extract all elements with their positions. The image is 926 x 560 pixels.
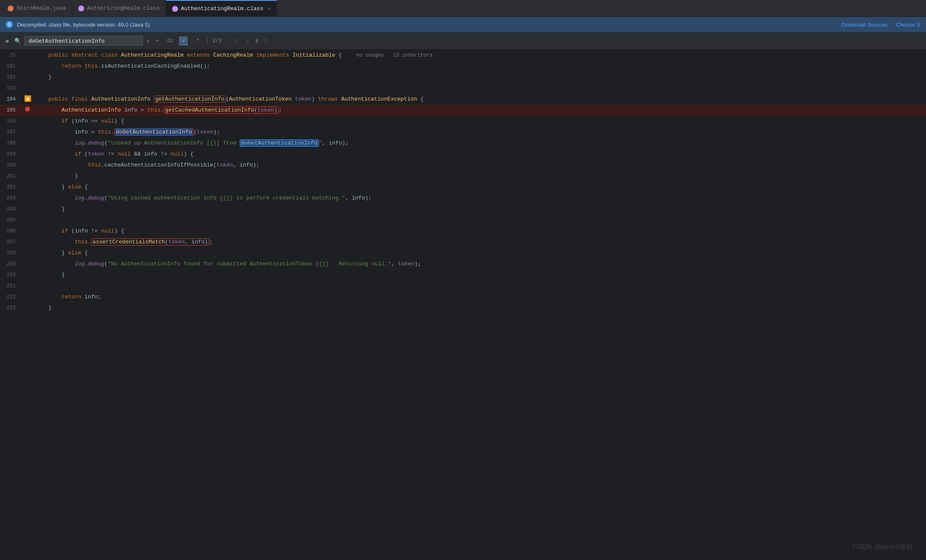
code-content: } else { [32,182,926,193]
line-number: 204 [0,204,23,215]
regex-button[interactable]: .* [191,37,202,45]
table-row: 205 [0,215,926,226]
code-content [32,215,926,226]
line-number: 25 [0,50,23,61]
code-content: } [32,171,926,182]
download-sources-link[interactable]: Download Sources [841,22,888,28]
search-bar: ▶ 🔍 ✕ ↩ Cc W .* 2/3 ↑ ↓ ⊻ ⋮ [0,32,926,50]
tab-authorizing[interactable]: AuthorizingRealm.class [72,0,166,17]
line-number: 191 [0,61,23,72]
line-number: 194 [0,94,23,105]
table-row: 194 🔼 public final AuthenticationInfo ge… [0,94,926,105]
table-row: 210 } [0,270,926,281]
line-number: 210 [0,270,23,281]
table-row: 208 } else { [0,248,926,259]
line-number: 213 [0,303,23,314]
clear-search-button[interactable]: ✕ [146,38,150,44]
code-content: if (token != null && info != null) { [32,149,926,160]
code-content: if (info != null) { [32,226,926,237]
line-number: 192 [0,72,23,83]
line-number: 209 [0,259,23,270]
watermark: CSDN @java冯坚持 [853,543,913,552]
code-content: } [32,303,926,314]
tab-authenticating-label: AuthenticatingRealm.class [181,5,263,12]
table-row: 198 log.debug("Looked up AuthenticationI… [0,138,926,149]
code-content: log.debug("Looked up AuthenticationInfo … [32,138,926,149]
choose-sources-link[interactable]: Choose S [896,22,920,28]
expand-search-button[interactable]: ▶ [4,36,11,45]
table-row: 201 } [0,171,926,182]
line-number: 198 [0,138,23,149]
info-bar-right: Download Sources Choose S [841,22,920,28]
search-count: 2/3 [213,38,230,44]
prev-match-button[interactable]: ↑ [233,37,241,45]
line-number: 195 [0,105,23,116]
table-row: 203 log.debug("Using cached authenticati… [0,193,926,204]
undo-search-button[interactable]: ↩ [153,36,161,45]
table-row: 195 AuthenticationInfo info = this.getCa… [0,105,926,116]
line-number: 207 [0,237,23,248]
table-row: 206 if (info != null) { [0,226,926,237]
line-number: 212 [0,292,23,303]
line-number: 202 [0,182,23,193]
next-match-button[interactable]: ↓ [244,37,252,45]
tab-authorizing-label: AuthorizingRealm.class [87,5,160,11]
info-bar: i Decompiled .class file, bytecode versi… [0,17,926,32]
table-row: 25 public abstract class AuthenticatingR… [0,50,926,61]
code-content: public abstract class AuthenticatingReal… [32,50,926,61]
breakpoint-icon [25,107,30,112]
breakpoint-area [23,107,32,112]
code-content [32,281,926,292]
code-area: 25 public abstract class AuthenticatingR… [0,50,926,314]
table-row: 192 } [0,72,926,83]
code-content: } [32,204,926,215]
code-content: } [32,270,926,281]
tab-bar: ShiroRealm.java AuthorizingRealm.class A… [0,0,926,17]
table-row: 211 [0,281,926,292]
code-content: log.debug("No AuthenticationInfo found f… [32,259,926,270]
code-content [32,83,926,94]
code-content: log.debug("Using cached authentication i… [32,193,926,204]
filter-results-button[interactable]: ⊻ [255,38,259,44]
table-row: 196 if (info == null) { [0,116,926,127]
authenticating-file-icon [172,6,178,12]
table-row: 207 this.assertCredentialsMatch(token, i… [0,237,926,248]
match-case-button[interactable]: Cc [165,37,176,45]
line-number: 197 [0,127,23,138]
code-content: public final AuthenticationInfo getAuthe… [32,94,926,105]
tab-shiro[interactable]: ShiroRealm.java [2,0,72,17]
line-number: 211 [0,281,23,292]
shiro-file-icon [8,5,14,11]
table-row: 200 this.cacheAuthenticationInfoIfPossib… [0,160,926,171]
whole-word-button[interactable]: W [179,37,187,45]
tab-shiro-label: ShiroRealm.java [16,5,66,11]
table-row: 193 [0,83,926,94]
code-content: return info; [32,292,926,303]
table-row: 204 } [0,204,926,215]
line-number: 205 [0,215,23,226]
code-content: return this.isAuthenticationCachingEnabl… [32,61,926,72]
tab-authenticating[interactable]: AuthenticatingRealm.class ✕ [166,0,277,17]
code-content: this.cacheAuthenticationInfoIfPossible(t… [32,160,926,171]
code-content: this.assertCredentialsMatch(token, info)… [32,237,926,248]
table-row: 212 return info; [0,292,926,303]
search-input[interactable] [25,36,143,46]
info-text: Decompiled .class file, bytecode version… [17,22,150,28]
table-row: 197 info = this.doGetAuthenticationInfo(… [0,127,926,138]
line-number: 199 [0,149,23,160]
line-number: 196 [0,116,23,127]
close-tab-button[interactable]: ✕ [268,6,271,11]
line-number: 193 [0,83,23,94]
line-number: 203 [0,193,23,204]
table-row: 191 return this.isAuthenticationCachingE… [0,61,926,72]
table-row: 213 } [0,303,926,314]
info-bar-left: i Decompiled .class file, bytecode versi… [6,21,150,28]
table-row: 202 } else { [0,182,926,193]
code-content: AuthenticationInfo info = this.getCached… [32,105,926,116]
table-row: 199 if (token != null && info != null) { [0,149,926,160]
breakpoint-area: 🔼 [23,95,32,102]
more-options-button[interactable]: ⋮ [263,37,268,44]
search-icon[interactable]: 🔍 [14,38,21,44]
editor-container: 25 public abstract class AuthenticatingR… [0,50,926,560]
table-row: 209 log.debug("No AuthenticationInfo fou… [0,259,926,270]
